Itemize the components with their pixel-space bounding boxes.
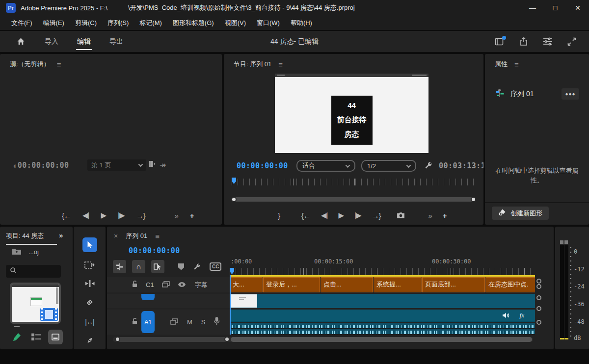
- more-options-button[interactable]: ●●●: [562, 88, 579, 100]
- panel-menu-icon[interactable]: ≡: [514, 60, 519, 69]
- fullscreen-icon[interactable]: [567, 37, 576, 46]
- create-graphic-button[interactable]: 创建新图形: [492, 207, 549, 220]
- menu-sequence[interactable]: 序列(S): [102, 19, 134, 27]
- step-forward-button[interactable]: |▶: [118, 211, 124, 220]
- goto-in-button[interactable]: {←: [301, 211, 310, 220]
- menu-edit[interactable]: 编辑(E): [38, 19, 70, 27]
- page-selector-dropdown[interactable]: 第 1 页: [87, 159, 146, 171]
- playhead[interactable]: [232, 178, 236, 184]
- tab-edit[interactable]: 编辑: [76, 32, 92, 51]
- zoom-handle-right[interactable]: [471, 197, 476, 202]
- continuous-play-icon[interactable]: ↠: [160, 160, 166, 170]
- panel-menu-icon[interactable]: ≡: [57, 60, 61, 69]
- linked-selection-button[interactable]: [151, 260, 164, 273]
- mute-button[interactable]: M: [187, 318, 192, 326]
- icon-view-button[interactable]: [48, 330, 63, 344]
- track-resize-handle[interactable]: [536, 279, 541, 284]
- mark-out-button[interactable]: }: [278, 211, 280, 220]
- audio-track-badge[interactable]: A1: [141, 311, 155, 333]
- pen-tool[interactable]: [74, 337, 106, 345]
- scrollbar-thumb[interactable]: [231, 337, 532, 342]
- panel-expand-icon[interactable]: »: [59, 231, 63, 239]
- solo-button[interactable]: S: [201, 318, 206, 326]
- caption-clip[interactable]: 系统提...: [374, 277, 422, 292]
- razor-tool[interactable]: [74, 298, 106, 307]
- settings-sliders-icon[interactable]: [543, 37, 553, 46]
- zoom-handle-left[interactable]: [115, 337, 120, 342]
- menu-graphics[interactable]: 图形和标题(G): [167, 19, 219, 27]
- step-back-button[interactable]: ◀|: [82, 211, 89, 220]
- clip-fx-badge[interactable]: fx: [520, 312, 524, 319]
- menu-window[interactable]: 窗口(W): [251, 19, 285, 27]
- track-resize-handle[interactable]: [536, 320, 541, 325]
- caption-track-name[interactable]: C1: [146, 281, 154, 288]
- timeline-ruler[interactable]: [230, 268, 535, 275]
- more-buttons-icon[interactable]: »: [428, 211, 431, 220]
- goto-in-button[interactable]: {←: [62, 211, 71, 220]
- add-button[interactable]: +: [190, 211, 194, 220]
- program-ruler[interactable]: [232, 179, 476, 185]
- panel-menu-icon[interactable]: ≡: [155, 232, 160, 240]
- add-button[interactable]: +: [443, 211, 447, 220]
- menu-markers[interactable]: 标记(M): [134, 19, 167, 27]
- project-parent-row[interactable]: ...oj: [12, 247, 39, 257]
- track-resize-handle[interactable]: [536, 295, 541, 300]
- clip-thumbnail[interactable]: [10, 283, 61, 324]
- playback-resolution-dropdown[interactable]: 1/2: [361, 160, 416, 172]
- scrollbar-zoom-segment[interactable]: [116, 337, 229, 342]
- audio-clip[interactable]: fx: [230, 310, 535, 322]
- home-icon[interactable]: [17, 37, 25, 46]
- tab-export[interactable]: 导出: [108, 32, 124, 51]
- export-frame-icon[interactable]: [396, 211, 405, 219]
- minimize-button[interactable]: —: [521, 0, 544, 16]
- close-icon[interactable]: ×: [114, 232, 118, 240]
- menu-view[interactable]: 视图(V): [219, 19, 251, 27]
- goto-out-button[interactable]: →}: [372, 211, 380, 220]
- captions-button[interactable]: CC: [210, 262, 221, 271]
- track-lock-icon[interactable]: [132, 317, 138, 327]
- settings-wrench-icon[interactable]: [424, 161, 432, 172]
- track-targeting-icon[interactable]: [170, 318, 178, 327]
- edit-pencil-icon[interactable]: [12, 332, 22, 342]
- timeline-tab[interactable]: × 序列 01 ≡: [114, 232, 160, 240]
- close-button[interactable]: ✕: [566, 0, 589, 16]
- zoom-handle-right[interactable]: [224, 337, 230, 342]
- play-button[interactable]: ▶: [338, 211, 344, 220]
- list-view-icon[interactable]: [31, 333, 41, 341]
- track-select-forward-tool[interactable]: [74, 261, 106, 270]
- selection-tool[interactable]: [74, 237, 106, 252]
- video-clip[interactable]: [230, 294, 535, 308]
- menu-clip[interactable]: 剪辑(C): [70, 19, 102, 27]
- maximize-button[interactable]: □: [544, 0, 566, 16]
- step-forward-button[interactable]: |▶: [354, 211, 361, 220]
- caption-clip[interactable]: 大...: [230, 277, 263, 292]
- workspaces-icon[interactable]: [495, 37, 505, 46]
- voiceover-mic-icon[interactable]: [214, 317, 220, 327]
- share-export-icon[interactable]: [519, 37, 528, 46]
- track-resize-handle[interactable]: [536, 306, 541, 311]
- caption-clip[interactable]: 在房态图中点.: [485, 277, 535, 292]
- snap-magnet-button[interactable]: ∩: [132, 260, 145, 273]
- tab-import[interactable]: 导入: [44, 32, 59, 51]
- caption-clip[interactable]: 登录后，...: [263, 277, 320, 292]
- program-zoom-scrollbar[interactable]: [232, 197, 476, 202]
- search-input[interactable]: [6, 265, 61, 278]
- track-lock-icon[interactable]: [132, 280, 138, 289]
- track-visibility-eye-icon[interactable]: [178, 281, 186, 289]
- play-button[interactable]: ▶: [101, 211, 106, 220]
- menu-file[interactable]: 文件(F): [6, 19, 38, 27]
- caption-clip[interactable]: 点击...: [321, 277, 373, 292]
- timeline-settings-wrench-icon[interactable]: [193, 263, 201, 271]
- film-page-icon[interactable]: [149, 160, 156, 170]
- project-tab[interactable]: 项目: 44 房态: [6, 232, 57, 245]
- ripple-edit-tool[interactable]: [74, 280, 106, 287]
- caption-clip[interactable]: 页面底部...: [422, 277, 485, 292]
- slip-tool[interactable]: |↔|: [74, 318, 106, 326]
- goto-out-button[interactable]: →}: [136, 211, 145, 220]
- add-marker-button[interactable]: [178, 263, 184, 270]
- step-back-button[interactable]: ◀|: [321, 211, 327, 220]
- insert-as-nest-button[interactable]: [113, 260, 126, 273]
- timeline-horizontal-scrollbar[interactable]: [113, 337, 533, 342]
- menu-help[interactable]: 帮助(H): [285, 19, 318, 27]
- track-resize-handle[interactable]: [536, 284, 541, 289]
